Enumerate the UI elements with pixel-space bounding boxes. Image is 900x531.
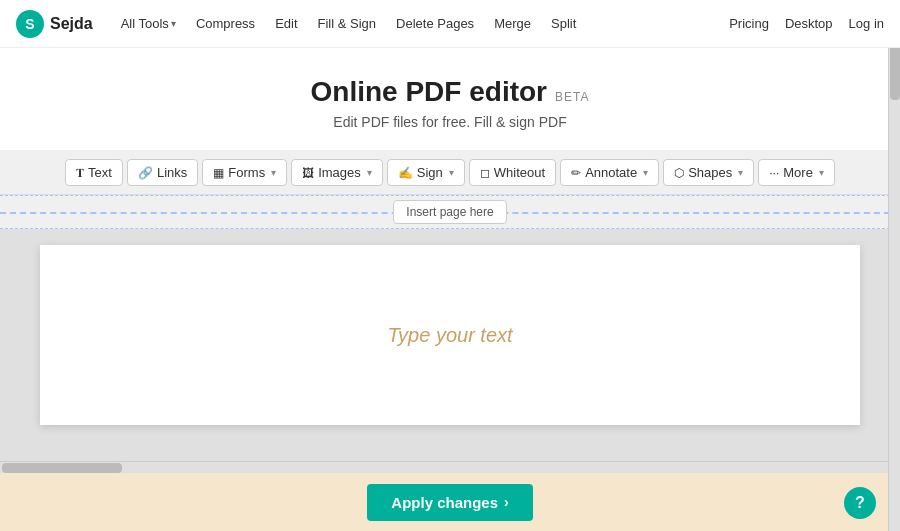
nav-desktop[interactable]: Desktop	[785, 16, 833, 31]
scrollbar-bottom[interactable]	[0, 461, 888, 473]
scrollbar-bottom-thumb	[2, 463, 122, 473]
toolbar-shapes-button[interactable]: ⬡ Shapes ▾	[663, 159, 754, 186]
nav-item-compress[interactable]: Compress	[188, 12, 263, 35]
shapes-icon: ⬡	[674, 166, 684, 180]
nav-item-edit[interactable]: Edit	[267, 12, 305, 35]
navbar: S Sejda All Tools ▾ Compress Edit Fill &…	[0, 0, 900, 48]
toolbar: 𝐓 Text 🔗 Links ▦ Forms ▾ 🖼 Images ▾ ✍ Si…	[0, 151, 900, 195]
chevron-down-icon: ▾	[271, 167, 276, 178]
toolbar-annotate-button[interactable]: ✏ Annotate ▾	[560, 159, 659, 186]
chevron-down-icon: ▾	[367, 167, 372, 178]
more-icon: ···	[769, 166, 779, 180]
text-icon: 𝐓	[76, 166, 84, 180]
nav-item-all-tools[interactable]: All Tools ▾	[113, 12, 184, 35]
arrow-right-icon: ›	[504, 494, 509, 510]
chevron-down-icon: ▾	[643, 167, 648, 178]
beta-badge: BETA	[555, 90, 589, 104]
nav-pricing[interactable]: Pricing	[729, 16, 769, 31]
pdf-page[interactable]: Type your text	[40, 245, 860, 425]
chevron-down-icon: ▾	[819, 167, 824, 178]
bottom-bar: Apply changes › ?	[0, 473, 900, 531]
nav-item-fill-sign[interactable]: Fill & Sign	[310, 12, 385, 35]
scrollbar-right[interactable]	[888, 0, 900, 531]
image-icon: 🖼	[302, 166, 314, 180]
apply-changes-button[interactable]: Apply changes ›	[367, 484, 532, 521]
toolbar-text-button[interactable]: 𝐓 Text	[65, 159, 123, 186]
nav-login[interactable]: Log in	[849, 16, 884, 31]
insert-page-bar: Insert page here	[0, 195, 900, 229]
annotate-icon: ✏	[571, 166, 581, 180]
nav-items: All Tools ▾ Compress Edit Fill & Sign De…	[113, 12, 729, 35]
help-button[interactable]: ?	[844, 487, 876, 519]
forms-icon: ▦	[213, 166, 224, 180]
toolbar-more-button[interactable]: ··· More ▾	[758, 159, 835, 186]
insert-page-button[interactable]: Insert page here	[393, 200, 506, 224]
toolbar-links-button[interactable]: 🔗 Links	[127, 159, 198, 186]
hero-subtitle: Edit PDF files for free. Fill & sign PDF	[0, 114, 900, 130]
logo[interactable]: S Sejda	[16, 10, 93, 38]
link-icon: 🔗	[138, 166, 153, 180]
chevron-down-icon: ▾	[171, 18, 176, 29]
hero-section: Online PDF editor BETA Edit PDF files fo…	[0, 48, 900, 151]
toolbar-images-button[interactable]: 🖼 Images ▾	[291, 159, 383, 186]
chevron-down-icon: ▾	[449, 167, 454, 178]
toolbar-whiteout-button[interactable]: ◻ Whiteout	[469, 159, 556, 186]
toolbar-forms-button[interactable]: ▦ Forms ▾	[202, 159, 287, 186]
logo-name: Sejda	[50, 15, 93, 33]
chevron-down-icon: ▾	[738, 167, 743, 178]
pdf-placeholder: Type your text	[387, 324, 512, 347]
logo-icon: S	[16, 10, 44, 38]
toolbar-sign-button[interactable]: ✍ Sign ▾	[387, 159, 465, 186]
whiteout-icon: ◻	[480, 166, 490, 180]
nav-item-delete-pages[interactable]: Delete Pages	[388, 12, 482, 35]
nav-right: Pricing Desktop Log in	[729, 16, 884, 31]
hero-title: Online PDF editor BETA	[311, 76, 590, 108]
main-content: Online PDF editor BETA Edit PDF files fo…	[0, 48, 900, 531]
sign-icon: ✍	[398, 166, 413, 180]
nav-item-split[interactable]: Split	[543, 12, 584, 35]
nav-item-merge[interactable]: Merge	[486, 12, 539, 35]
